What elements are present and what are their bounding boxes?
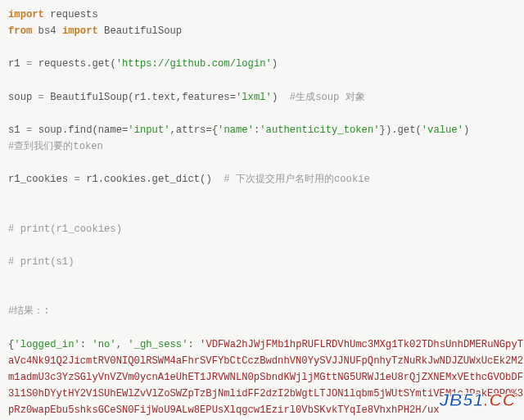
result-val-c: m1admU3c3YzSGlyVnVZVm0ycnA1eUhET1JRVWNLN… [8, 372, 524, 383]
op-eq: = [26, 124, 32, 136]
close-paren: ) [463, 124, 469, 136]
module-requests: requests [50, 9, 98, 20]
comment-token: #查到我们要的token [8, 141, 103, 152]
call-bs: BeautifulSoup(r1.text,features= [50, 92, 236, 103]
keyword-import-2: import [62, 25, 98, 37]
close-get: }).get( [380, 124, 422, 136]
comment-result: #结果：: [8, 305, 50, 317]
str-lxml: 'lxml' [236, 92, 272, 103]
result-val-b: aVc4Nk91Q2JicmtRV0NIQ0lRSWM4aFhrSVFYbCtC… [8, 355, 524, 367]
call-getdict: r1.cookies.get_dict() [86, 174, 212, 185]
op-eq: = [74, 174, 79, 185]
str-value: 'value' [422, 124, 463, 136]
colon: : [80, 339, 93, 350]
str-token: 'authenticity_token' [260, 124, 379, 136]
module-bs4: bs4 [38, 25, 56, 37]
keyword-from: from [8, 25, 32, 37]
comment-print1: # print(r1_cookies) [8, 224, 122, 235]
result-val-no: 'no' [92, 339, 115, 350]
var-soup: soup [8, 92, 32, 103]
sep: , [116, 339, 129, 350]
comment-print2: # print(s1) [8, 256, 74, 268]
keyword-import: import [8, 9, 44, 20]
op-eq: = [38, 92, 44, 103]
code-block: import requests from bs4 import Beautifu… [0, 0, 524, 420]
colon: : [187, 339, 200, 350]
var-r1: r1 [8, 58, 20, 70]
close-paren: ) [272, 58, 278, 70]
str-url: 'https://github.com/login' [116, 58, 272, 70]
result-val-d: 3l1S0hDYytHY2V1SUhEWlZvVlZoSWZpTzBjNmlid… [8, 388, 524, 400]
class-beautifulsoup: BeautifulSoup [104, 25, 182, 37]
comment-cookie: # 下次提交用户名时用的cookie [212, 174, 370, 185]
str-name: 'name' [218, 124, 254, 136]
result-val-a: 'VDFWa2hJWjFMb1hpRUFLRDVhUmc3MXg1Tk02TDh… [200, 339, 524, 350]
var-cookies: r1_cookies [8, 174, 68, 185]
comment-soup: #生成soup 对象 [278, 92, 365, 103]
result-val-e: pRz0wapEbu5shksGCeSN0FijWoU9ALw8EPUsXlqg… [8, 404, 440, 416]
result-key-ghsess: '_gh_sess' [128, 339, 187, 350]
result-key-logged-in: 'logged_in' [14, 339, 79, 350]
op-eq: = [26, 58, 32, 70]
call-find: soup.find(name= [38, 124, 129, 136]
call-requests-get: requests.get( [38, 58, 116, 70]
var-s1: s1 [8, 124, 20, 136]
str-input: 'input' [128, 124, 169, 136]
mid-attrs: ,attrs={ [170, 124, 219, 136]
